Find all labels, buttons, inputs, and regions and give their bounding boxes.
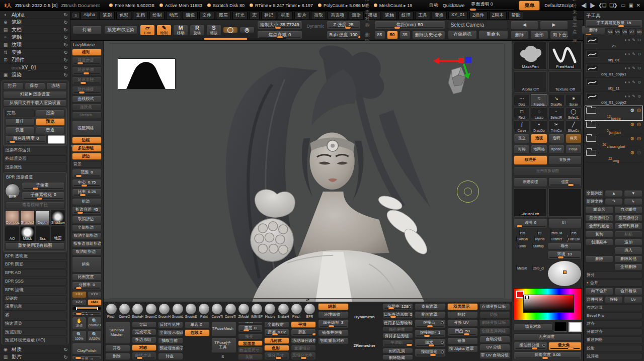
brush-preset[interactable]: History xyxy=(264,303,276,320)
palette-item[interactable]: ≈ 笔触 ↻ xyxy=(0,34,70,41)
render-mode-button[interactable]: 最佳 xyxy=(5,118,35,126)
shelf-slider[interactable]: 绘制大小35.77249 xyxy=(257,21,302,30)
shelf-tool-button[interactable]: ✎ 绘制 xyxy=(156,25,172,36)
brush-preset[interactable]: IMM BP xyxy=(251,303,263,320)
render-mode-button[interactable]: 普通 xyxy=(36,127,65,134)
subtool-action-button[interactable]: Bevel Pro xyxy=(585,312,642,319)
bpr-slider[interactable]: 子像素锐化0 xyxy=(22,192,65,201)
render-mode-button[interactable]: 渲染 xyxy=(36,110,65,117)
material-preset[interactable]: z95 xyxy=(514,230,530,235)
plugin-button[interactable]: 曲线步进 xyxy=(132,352,157,360)
palette-item[interactable]: ▣ 渲染 ↻ xyxy=(0,71,70,79)
strip-button[interactable]: 匹配网格 xyxy=(72,120,102,136)
subtool-action-button[interactable]: 自动重排 xyxy=(614,206,642,213)
canvas-nav-button[interactable]: 🔍100% xyxy=(72,330,87,342)
subtool-title[interactable]: 子工具 xyxy=(585,12,642,20)
render-section-header[interactable]: 渲染属性 xyxy=(3,164,67,171)
strip-button[interactable]: 中心0.75 xyxy=(72,179,102,188)
shelf-slider[interactable]: Rgb 强度100 xyxy=(327,31,361,40)
render-button[interactable]: 打开 xyxy=(3,82,24,90)
material-preset[interactable]: Blinn xyxy=(514,243,530,264)
viewport-toggle[interactable]: 幽灵 xyxy=(566,134,582,143)
plugin-button[interactable]: 几何体 xyxy=(264,337,289,344)
window-icon[interactable]: ▭ xyxy=(621,3,625,8)
menu-item[interactable]: 纹理 xyxy=(398,11,414,20)
auto-button[interactable]: 自动 xyxy=(429,2,438,9)
brush-preset[interactable]: BPR xyxy=(303,303,315,320)
plugin-button[interactable]: 厚度0 xyxy=(238,325,263,332)
focal-length-slider[interactable]: 焦距(mm)50 xyxy=(374,21,445,30)
subtool-view-tab[interactable]: V7 xyxy=(628,29,635,35)
plugin-button[interactable]: 阴影 xyxy=(318,303,349,310)
plugin-button[interactable]: 反转可见性 xyxy=(158,321,183,328)
plugin-button[interactable]: 存储变换目标 xyxy=(479,303,510,310)
refresh-icon[interactable]: ↻ xyxy=(64,50,68,55)
focal-preset-button[interactable]: 85 xyxy=(374,31,385,39)
plugin-button[interactable]: TPoseMesh xyxy=(211,321,236,336)
subtool-action-button[interactable]: 浅浮雕 xyxy=(585,353,642,360)
brush-preset[interactable]: CurveQ xyxy=(118,303,130,320)
plugin-button[interactable]: ZRemesher xyxy=(350,332,381,360)
menu-item[interactable]: 笔触 xyxy=(382,11,397,20)
viewport-toggle[interactable]: 透视 xyxy=(531,134,547,143)
focal-preset-button[interactable]: 35 xyxy=(399,31,411,39)
plugin-button[interactable]: 膨胀 xyxy=(291,329,316,337)
refresh-icon[interactable]: ↻ xyxy=(64,347,68,352)
window-icon[interactable]: ❏❯ xyxy=(609,3,617,8)
render-section-header[interactable]: 渲染布尔运算 xyxy=(3,147,67,154)
subtool-action-button[interactable]: 删除其他 xyxy=(614,255,642,262)
plugin-button[interactable]: S xyxy=(211,354,236,360)
render-mode-button[interactable]: 完熟 xyxy=(5,110,35,117)
subtool-action-button[interactable]: 追加 xyxy=(614,239,642,246)
refresh-icon[interactable]: ↻ xyxy=(64,12,68,18)
eye-icon[interactable]: ⊙ xyxy=(637,108,641,113)
render-mode-button[interactable]: 快速 xyxy=(5,127,35,134)
palette-item[interactable]: ▥ 影片 ↻ xyxy=(0,353,70,361)
menu-item[interactable]: 绘制 xyxy=(149,11,165,20)
stroke-preset[interactable]: ↘ DragRe xyxy=(548,94,565,106)
menu-item[interactable]: 影片 xyxy=(294,11,309,20)
amount-slider[interactable]: 分量0 xyxy=(72,355,102,360)
palette-item[interactable]: ◉ 材质 ↻ xyxy=(0,346,70,353)
subtool-view-tab[interactable]: V8 xyxy=(636,29,642,35)
bpr-pass-thumbnail[interactable]: Shadow xyxy=(51,210,65,225)
menu-item[interactable]: 标记 xyxy=(261,11,276,20)
subtool-mini-icons[interactable]: ◐◑ ✎ ⊙ xyxy=(624,80,641,84)
material-preset[interactable]: Startup xyxy=(530,243,546,264)
subtool-view-tab[interactable]: V6 xyxy=(621,29,628,35)
render-section-header[interactable]: 预览环境光遮蔽 (AO) xyxy=(3,337,67,344)
refresh-icon[interactable]: ↻ xyxy=(64,354,68,360)
stroke-preset[interactable]: ╱ SliceCu xyxy=(566,120,582,132)
primary-color-swatch[interactable] xyxy=(569,322,582,332)
camera-action-button[interactable]: 向下合并 xyxy=(550,31,568,39)
menu-item[interactable]: 图层 xyxy=(216,11,231,20)
texture-button[interactable]: 透明0 xyxy=(514,218,547,228)
strip-button[interactable]: 多边形组 xyxy=(72,145,102,152)
axis-toggle[interactable]: >M< xyxy=(88,299,102,306)
strip-button[interactable]: 折边 xyxy=(72,198,102,205)
palette-item[interactable]: ⊕ 笔刷 ↻ xyxy=(0,19,70,26)
visible-count-slider[interactable]: 子工具可见数量15 xyxy=(585,20,642,28)
geometry-button[interactable]: 最大角 xyxy=(548,342,582,350)
texture-toggle[interactable]: 纹理开 xyxy=(514,155,547,165)
plugin-button[interactable]: 多边形组 xyxy=(132,336,157,343)
plugin-button[interactable]: SubTool Master xyxy=(105,321,130,344)
subtool-action-button[interactable]: 投射 xyxy=(585,345,642,352)
bpr-pass-thumbnail[interactable]: Mask xyxy=(20,226,34,241)
secondary-color-swatch[interactable] xyxy=(554,322,567,332)
lazymouse-title[interactable]: LazyMouse xyxy=(72,42,102,48)
plugin-button[interactable]: 单选 Z xyxy=(185,321,210,328)
plugin-button[interactable]: 分辨率128 xyxy=(382,303,413,310)
subtool-action-button[interactable]: 重建网格 xyxy=(585,336,642,343)
brush-preset[interactable]: CurveTi xyxy=(224,303,236,320)
subtool-action-button[interactable]: 创建副本 xyxy=(585,239,613,246)
alpha-preview-thumbnail[interactable] xyxy=(118,58,176,89)
window-icon[interactable]: ||▶ xyxy=(590,3,595,8)
plugin-button[interactable]: 删除 xyxy=(105,353,130,360)
geometry-button[interactable]: 斜角宽度0.05 xyxy=(514,351,582,360)
default-zscript-button[interactable]: DefaultZScript xyxy=(544,3,573,8)
subtool-view-tab[interactable]: V5 xyxy=(614,29,621,35)
eye-icon[interactable]: ⊙ xyxy=(637,122,641,127)
render-button[interactable]: 保存 xyxy=(25,82,45,90)
plugin-button[interactable]: 翻转 xyxy=(447,311,478,318)
